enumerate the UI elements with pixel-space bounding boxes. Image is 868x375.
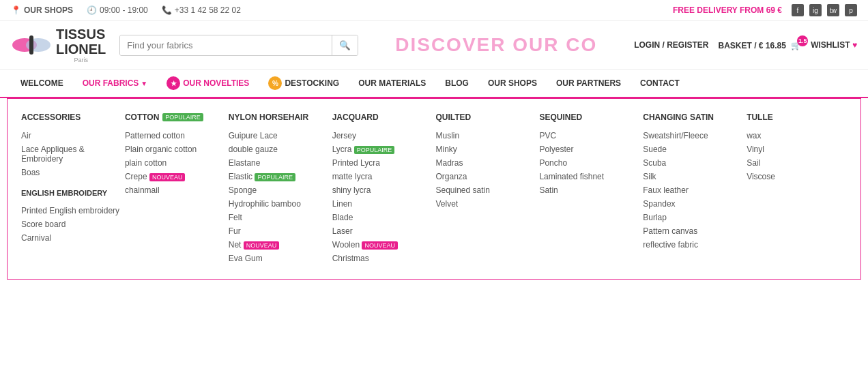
menu-item-viscose[interactable]: Viscose: [747, 170, 847, 183]
menu-item-pvc[interactable]: PVC: [539, 129, 639, 142]
instagram-icon[interactable]: ig: [809, 4, 822, 16]
menu-item-hydrophilic[interactable]: Hydrophilic bamboo: [229, 197, 329, 211]
top-bar-left: 📍 OUR SHOPS 🕘 09:00 - 19:00 📞 +33 1 42 5…: [11, 5, 241, 15]
menu-item-reflective[interactable]: reflective fabric: [643, 238, 743, 252]
login-button[interactable]: LOGIN / REGISTER: [634, 40, 708, 50]
menu-item-elastic[interactable]: Elastic POPULAIRE: [229, 170, 329, 183]
crepe-badge: NOUVEAU: [149, 173, 186, 181]
menu-item-patterned-cotton[interactable]: Patterned cotton: [125, 129, 225, 142]
menu-item-boas[interactable]: Boas: [21, 166, 121, 179]
menu-item-vinyl[interactable]: Vinyl: [747, 142, 847, 156]
nav-our-materials[interactable]: OUR MATERIALS: [349, 72, 435, 95]
menu-item-burlap[interactable]: Burlap: [643, 211, 743, 224]
menu-item-shiny-lycra[interactable]: shiny lycra: [332, 183, 433, 197]
hours: 🕘 09:00 - 19:00: [87, 5, 148, 15]
menu-item-scuba[interactable]: Scuba: [643, 156, 743, 170]
menu-item-muslin[interactable]: Muslin: [436, 129, 536, 142]
menu-item-net[interactable]: Net NOUVEAU: [229, 238, 329, 252]
basket-count-badge: 1.5: [797, 35, 808, 46]
menu-item-christmas[interactable]: Christmas: [332, 252, 433, 265]
menu-item-laser[interactable]: Laser: [332, 224, 433, 238]
woolen-badge: NOUVEAU: [362, 241, 398, 250]
col-tulle: TULLE wax Vinyl Sail Viscose: [747, 112, 847, 265]
menu-item-lycra[interactable]: Lycra POPULAIRE: [332, 142, 433, 156]
cotton-badge: POPULAIRE: [162, 113, 203, 121]
menu-item-fur[interactable]: Fur: [229, 224, 329, 238]
nav-our-partners[interactable]: OUR PARTNERS: [547, 72, 631, 95]
menu-item-guipure-lace[interactable]: Guipure Lace: [229, 129, 329, 142]
english-embroidery-section: ENGLISH EMBROIDERY Printed English embro…: [21, 189, 121, 245]
menu-item-sail[interactable]: Sail: [747, 156, 847, 170]
basket-button[interactable]: BASKET / € 16.85 🛒 1.5: [718, 41, 801, 50]
menu-item-wax[interactable]: wax: [747, 129, 847, 142]
menu-item-chainmail[interactable]: chainmail: [125, 183, 225, 197]
menu-item-linen[interactable]: Linen: [332, 197, 433, 211]
lycra-badge: POPULAIRE: [354, 146, 395, 154]
nav-our-shops[interactable]: OUR SHOPS: [478, 72, 547, 95]
search-bar[interactable]: 🔍: [119, 35, 358, 56]
menu-item-double-gauze[interactable]: double gauze: [229, 142, 329, 156]
menu-item-suede[interactable]: Suede: [643, 142, 743, 156]
menu-item-elastane[interactable]: Elastane: [229, 156, 329, 170]
menu-item-spandex[interactable]: Spandex: [643, 197, 743, 211]
menu-item-plain-organic-cotton[interactable]: Plain organic cotton: [125, 142, 225, 156]
menu-item-sponge[interactable]: Sponge: [229, 183, 329, 197]
col-header-tulle: TULLE: [747, 112, 847, 122]
menu-item-minky[interactable]: Minky: [436, 142, 536, 156]
menu-item-air[interactable]: Air: [21, 129, 121, 142]
nav-our-fabrics[interactable]: OUR FABRICS ▼: [73, 72, 158, 95]
logo-text: TISSUS LIONEL Paris: [56, 27, 106, 63]
menu-item-woolen[interactable]: Woolen NOUVEAU: [332, 238, 433, 252]
nav-contact[interactable]: CONTACT: [631, 72, 689, 95]
menu-item-felt[interactable]: Felt: [229, 211, 329, 224]
menu-item-madras[interactable]: Madras: [436, 156, 536, 170]
facebook-icon[interactable]: f: [792, 4, 804, 16]
nav: WELCOME OUR FABRICS ▼ ★ OUR NOVELTIES % …: [0, 70, 868, 98]
wishlist-button[interactable]: WISHLIST ♥: [811, 40, 857, 50]
menu-item-faux-leather[interactable]: Faux leather: [643, 183, 743, 197]
col-header-accessories: ACCESSORIES: [21, 112, 121, 122]
pinterest-icon[interactable]: p: [845, 4, 857, 16]
menu-item-printed-lycra[interactable]: Printed Lycra: [332, 156, 433, 170]
twitter-icon[interactable]: tw: [827, 4, 839, 16]
menu-item-satin[interactable]: Satin: [539, 183, 639, 197]
search-input[interactable]: [120, 35, 332, 55]
col-nylon: NYLON HORSEHAIR Guipure Lace double gauz…: [229, 112, 329, 265]
menu-item-crepe[interactable]: Crepe NOUVEAU: [125, 170, 225, 183]
menu-item-laminated-fishnet[interactable]: Laminated fishnet: [539, 170, 639, 183]
menu-item-printed-english[interactable]: Printed English embroidery: [21, 204, 121, 217]
menu-item-plain-cotton[interactable]: plain cotton: [125, 156, 225, 170]
social-icons: f ig tw p: [792, 4, 857, 16]
menu-item-lace[interactable]: Lace Appliques & Embroidery: [21, 142, 121, 166]
search-button[interactable]: 🔍: [332, 35, 358, 55]
menu-item-pattern-canvas[interactable]: Pattern canvas: [643, 224, 743, 238]
nav-destocking[interactable]: % DESTOCKING: [259, 70, 349, 97]
menu-item-matte-lycra[interactable]: matte lycra: [332, 170, 433, 183]
menu-item-poncho[interactable]: Poncho: [539, 156, 639, 170]
menu-item-eva-gum[interactable]: Eva Gum: [229, 252, 329, 265]
free-delivery-label: FREE DELIVERY FROM 69 €: [673, 5, 782, 15]
shops-link[interactable]: 📍 OUR SHOPS: [11, 5, 73, 15]
clock-icon: 🕘: [87, 5, 97, 15]
menu-item-sweatshirt[interactable]: Sweatshirt/Fleece: [643, 129, 743, 142]
menu-item-silk[interactable]: Silk: [643, 170, 743, 183]
menu-item-velvet[interactable]: Velvet: [436, 197, 536, 211]
menu-item-sequined-satin[interactable]: Sequined satin: [436, 183, 536, 197]
nav-blog[interactable]: BLOG: [435, 72, 478, 95]
heart-icon: ♥: [852, 40, 857, 50]
menu-item-jersey[interactable]: Jersey: [332, 129, 433, 142]
col-header-sequined: SEQUINED: [539, 112, 639, 122]
menu-item-blade[interactable]: Blade: [332, 211, 433, 224]
menu-item-organza[interactable]: Organza: [436, 170, 536, 183]
logo-icon: [11, 30, 52, 61]
menu-item-polyester[interactable]: Polyester: [539, 142, 639, 156]
elastic-badge: POPULAIRE: [255, 173, 295, 181]
col-header-quilted: QUILTED: [436, 112, 536, 122]
menu-item-score-board[interactable]: Score board: [21, 217, 121, 231]
menu-item-carnival[interactable]: Carnival: [21, 231, 121, 245]
nav-novelties[interactable]: ★ OUR NOVELTIES: [157, 70, 259, 97]
discover-text: DISCOVER OUR CO: [372, 34, 620, 56]
chevron-down-icon: ▼: [141, 80, 147, 87]
nav-welcome[interactable]: WELCOME: [11, 72, 73, 95]
logo[interactable]: TISSUS LIONEL Paris: [11, 27, 106, 63]
